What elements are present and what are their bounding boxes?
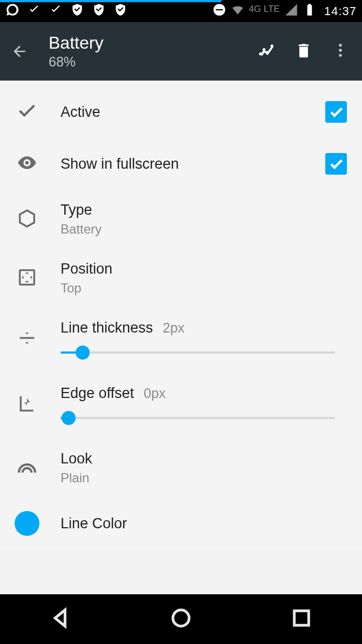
wifi-icon — [231, 3, 245, 20]
svg-point-4 — [265, 51, 268, 54]
row-line-thickness[interactable]: Line thickness 2px — [0, 308, 362, 373]
row-active[interactable]: Active — [0, 86, 362, 138]
page-title: Battery — [49, 33, 258, 53]
page-subtitle: 68% — [49, 54, 258, 70]
chart-icon[interactable] — [258, 42, 276, 61]
row-edge-offset[interactable]: Edge offset 0px — [0, 373, 362, 439]
nav-back-button[interactable] — [50, 607, 71, 631]
check-icon — [49, 3, 63, 20]
nav-home-button[interactable] — [170, 607, 192, 631]
hexagon-icon — [16, 208, 38, 231]
fullscreen-checkbox[interactable] — [325, 153, 347, 175]
svg-rect-1 — [216, 9, 223, 10]
row-label: Line thickness — [61, 320, 153, 336]
row-label: Position — [61, 261, 347, 277]
thickness-icon — [16, 327, 38, 351]
row-label: Type — [61, 202, 347, 218]
svg-point-11 — [173, 610, 189, 626]
top-progress-line — [0, 0, 222, 2]
svg-point-5 — [271, 44, 273, 47]
row-type[interactable]: Type Battery — [0, 190, 362, 249]
row-value: Plain — [61, 470, 347, 486]
row-line-color[interactable]: Line Color — [0, 497, 362, 549]
app-bar: Battery 68% — [0, 22, 362, 81]
row-value: Top — [61, 281, 347, 296]
thickness-slider[interactable] — [61, 346, 335, 359]
back-button[interactable] — [8, 43, 31, 60]
shield-check-icon — [70, 3, 84, 20]
svg-point-6 — [339, 44, 341, 47]
do-not-disturb-icon — [212, 3, 226, 20]
eye-icon — [16, 152, 38, 176]
row-label: Line Color — [61, 515, 347, 532]
settings-list: Active Show in fullscreen Type Battery — [0, 81, 362, 549]
whatsapp-icon — [5, 3, 19, 20]
nav-recent-button[interactable] — [291, 607, 312, 631]
active-checkbox[interactable] — [325, 101, 347, 123]
battery-icon — [303, 3, 317, 20]
check-icon — [27, 3, 41, 20]
cell-signal-icon — [284, 3, 298, 20]
row-look[interactable]: Look Plain — [0, 439, 362, 497]
status-clock: 14:37 — [324, 4, 357, 18]
svg-point-3 — [263, 48, 265, 51]
row-fullscreen[interactable]: Show in fullscreen — [0, 138, 362, 190]
status-bar: 4G LTE 14:37 — [0, 0, 362, 22]
row-label: Show in fullscreen — [61, 156, 325, 172]
android-nav-bar — [0, 594, 362, 644]
edge-offset-icon — [16, 393, 38, 416]
row-label: Look — [61, 450, 347, 467]
offset-slider[interactable] — [61, 411, 335, 424]
check-icon — [16, 100, 38, 124]
overflow-menu-icon[interactable] — [332, 42, 349, 61]
color-swatch — [15, 511, 39, 536]
svg-point-8 — [339, 54, 341, 57]
svg-rect-12 — [294, 611, 309, 626]
row-value: Battery — [61, 222, 347, 237]
svg-point-2 — [259, 52, 262, 55]
row-value: 2px — [163, 320, 184, 336]
row-value: 0px — [144, 386, 165, 401]
row-position[interactable]: Position Top — [0, 249, 362, 308]
row-label: Active — [61, 104, 325, 121]
svg-point-9 — [25, 161, 29, 165]
shield-check-icon — [92, 3, 106, 20]
row-label: Edge offset — [61, 385, 134, 402]
look-icon — [16, 456, 38, 480]
delete-icon[interactable] — [295, 42, 312, 61]
network-type-label: 4G LTE — [249, 4, 280, 14]
shield-check-icon — [113, 3, 128, 20]
position-icon — [16, 267, 38, 290]
svg-point-7 — [339, 49, 341, 51]
